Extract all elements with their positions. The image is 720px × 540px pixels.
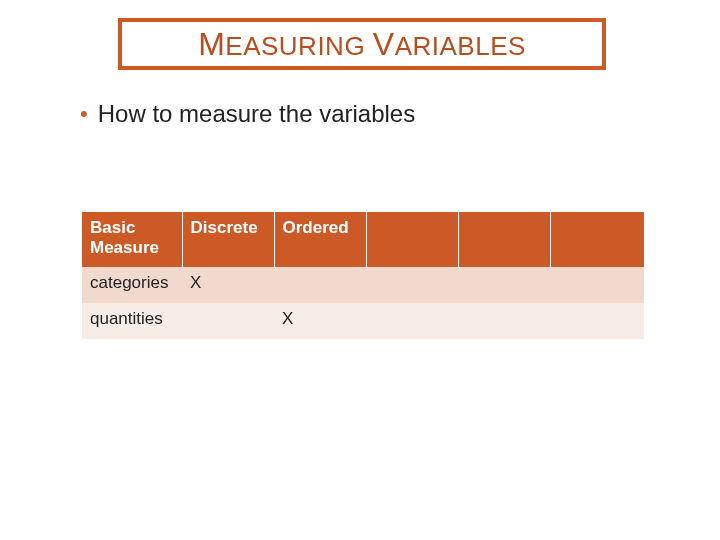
header-discrete: Discrete — [182, 212, 274, 267]
cell — [182, 303, 274, 339]
measures-table: Basic Measure Discrete Ordered categorie… — [82, 212, 644, 339]
row-label: categories — [82, 267, 182, 303]
cell — [366, 267, 458, 303]
cell — [274, 267, 366, 303]
header-blank-3 — [366, 212, 458, 267]
bullet-item: • How to measure the variables — [80, 100, 415, 128]
cell: X — [274, 303, 366, 339]
table-header-row: Basic Measure Discrete Ordered — [82, 212, 644, 267]
title-word2-rest: ARIABLES — [395, 31, 526, 61]
title-word1-cap: M — [198, 26, 225, 62]
slide-title: MEASURING VARIABLES — [198, 26, 526, 63]
slide-title-box: MEASURING VARIABLES — [118, 18, 606, 70]
cell — [550, 267, 644, 303]
header-ordered: Ordered — [274, 212, 366, 267]
header-blank-5 — [550, 212, 644, 267]
cell — [458, 267, 550, 303]
bullet-text: How to measure the variables — [98, 100, 415, 128]
cell — [458, 303, 550, 339]
row-label: quantities — [82, 303, 182, 339]
bullet-dot-icon: • — [80, 100, 88, 128]
cell — [366, 303, 458, 339]
title-word1-rest: EASURING — [225, 31, 365, 61]
header-basic-measure: Basic Measure — [82, 212, 182, 267]
cell — [550, 303, 644, 339]
cell: X — [182, 267, 274, 303]
title-word2-cap: V — [373, 26, 395, 62]
table-row: quantities X — [82, 303, 644, 339]
header-blank-4 — [458, 212, 550, 267]
table-row: categories X — [82, 267, 644, 303]
